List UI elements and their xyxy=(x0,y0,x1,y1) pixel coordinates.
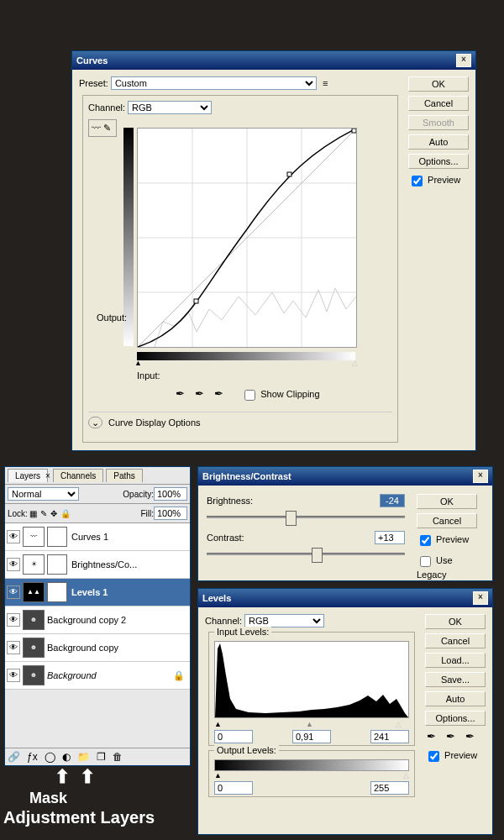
load-button[interactable]: Load... xyxy=(425,653,486,668)
layer-mask[interactable] xyxy=(47,554,67,575)
cancel-button[interactable]: Cancel xyxy=(417,513,477,528)
options-button[interactable]: Options... xyxy=(425,711,486,726)
input-black[interactable] xyxy=(214,730,253,743)
lock-pixels-icon[interactable]: ▦ xyxy=(29,509,37,518)
layer-mask[interactable] xyxy=(47,582,67,602)
preset-select[interactable]: Custom xyxy=(111,76,317,90)
layer-thumbnail[interactable]: ☀ xyxy=(23,554,45,575)
eyedropper-gray-icon[interactable]: ✒ xyxy=(446,730,459,743)
auto-button[interactable]: Auto xyxy=(408,134,469,150)
output-black[interactable] xyxy=(214,781,253,795)
black-point-slider[interactable]: ▲ xyxy=(214,720,222,728)
white-point-slider[interactable]: △ xyxy=(396,720,402,728)
link-icon[interactable]: 🔗 xyxy=(8,751,20,763)
preview-label: Preview xyxy=(428,175,460,185)
add-mask-icon[interactable]: ◯ xyxy=(45,751,55,763)
fx-icon[interactable]: ƒx xyxy=(27,751,38,763)
titlebar[interactable]: Levels × xyxy=(198,589,492,607)
arrow-icon: ⬆ xyxy=(55,766,70,788)
ok-button[interactable]: OK xyxy=(425,614,486,629)
eye-icon[interactable]: 👁 xyxy=(7,585,20,599)
eyedropper-white-icon[interactable]: ✒ xyxy=(214,387,228,401)
expand-icon[interactable]: ⌄ xyxy=(88,417,102,428)
white-slider-icon[interactable]: △ xyxy=(352,359,358,367)
curve-graph[interactable] xyxy=(137,128,357,348)
eyedropper-black-icon[interactable]: ✒ xyxy=(427,730,440,743)
eye-icon[interactable]: 👁 xyxy=(7,669,20,682)
adjustment-annotation: Adjustment Layers xyxy=(3,808,155,827)
brightness-slider[interactable] xyxy=(207,509,405,526)
layer-row[interactable]: 👁☻Background🔒 xyxy=(5,662,190,690)
layer-mask[interactable] xyxy=(47,527,67,547)
titlebar[interactable]: Curves × xyxy=(72,51,475,70)
layer-thumbnail[interactable]: ☻ xyxy=(23,665,45,685)
layer-row[interactable]: 👁▲▲Levels 1 xyxy=(5,579,190,606)
curve-tool-icon[interactable]: 〰 xyxy=(92,123,101,134)
tab-paths[interactable]: Paths xyxy=(106,469,143,482)
folder-icon[interactable]: 📁 xyxy=(77,751,90,763)
contrast-slider[interactable] xyxy=(207,546,405,563)
adjustment-icon[interactable]: ◐ xyxy=(62,751,71,763)
eye-icon[interactable]: 👁 xyxy=(7,641,20,654)
blend-mode-select[interactable]: Normal xyxy=(8,487,79,501)
preset-menu-icon[interactable]: ≡ xyxy=(323,78,328,88)
layer-thumbnail[interactable]: ▲▲ xyxy=(23,582,45,602)
tab-layers[interactable]: Layers xyxy=(8,469,48,482)
layer-row[interactable]: 👁☻Background copy 2 xyxy=(5,606,190,634)
eye-icon[interactable]: 👁 xyxy=(7,613,20,627)
preview-checkbox[interactable] xyxy=(428,751,439,762)
contrast-value[interactable]: +13 xyxy=(375,531,405,544)
smooth-button[interactable]: Smooth xyxy=(408,115,469,130)
options-button[interactable]: Options... xyxy=(408,154,469,169)
cancel-button[interactable]: Cancel xyxy=(408,96,469,111)
trash-icon[interactable]: 🗑 xyxy=(113,751,123,763)
eye-icon[interactable]: 👁 xyxy=(7,558,20,571)
legacy-checkbox[interactable] xyxy=(420,556,431,567)
close-icon[interactable]: × xyxy=(473,470,488,483)
gray-point-slider[interactable]: ▲ xyxy=(306,720,313,728)
brightness-value[interactable]: -24 xyxy=(380,494,405,507)
ok-button[interactable]: OK xyxy=(408,76,469,92)
close-icon[interactable]: × xyxy=(473,591,488,605)
layers-panel: Layers× Channels Paths Normal Opacity: 1… xyxy=(4,466,191,766)
layer-name: Levels 1 xyxy=(71,587,108,597)
new-layer-icon[interactable]: ❐ xyxy=(97,751,106,763)
ok-button[interactable]: OK xyxy=(417,494,477,509)
close-icon[interactable]: × xyxy=(456,54,471,67)
layer-thumbnail[interactable]: ☻ xyxy=(23,638,45,658)
layer-thumbnail[interactable]: 〰 xyxy=(23,527,45,547)
pencil-tool-icon[interactable]: ✎ xyxy=(103,123,111,134)
layer-row[interactable]: 👁〰Curves 1 xyxy=(5,523,190,551)
fill-value[interactable]: 100% xyxy=(154,507,187,520)
cancel-button[interactable]: Cancel xyxy=(425,633,486,648)
output-white[interactable] xyxy=(370,781,409,795)
input-white[interactable] xyxy=(370,730,409,743)
lock-all-icon[interactable]: 🔒 xyxy=(60,509,71,518)
output-label: Output: xyxy=(97,312,127,323)
channel-select[interactable]: RGB xyxy=(128,101,212,114)
preview-checkbox[interactable] xyxy=(420,535,431,546)
out-white-slider[interactable]: △ xyxy=(403,771,409,780)
save-button[interactable]: Save... xyxy=(425,672,486,687)
black-slider-icon[interactable]: ▲ xyxy=(134,359,142,367)
titlebar[interactable]: Brightness/Contrast × xyxy=(198,467,492,486)
layer-row[interactable]: 👁☻Background copy xyxy=(5,634,190,662)
eye-icon[interactable]: 👁 xyxy=(7,530,20,543)
eyedropper-white-icon[interactable]: ✒ xyxy=(465,730,479,743)
preview-checkbox[interactable] xyxy=(412,176,423,186)
input-gamma[interactable] xyxy=(292,730,331,743)
title: Brightness/Contrast xyxy=(202,471,291,481)
title: Curves xyxy=(76,55,108,66)
lock-brush-icon[interactable]: ✎ xyxy=(40,509,47,518)
out-black-slider[interactable]: ▲ xyxy=(214,771,222,780)
layer-thumbnail[interactable]: ☻ xyxy=(23,610,45,630)
layer-row[interactable]: 👁☀Brightness/Co... xyxy=(5,551,190,579)
eyedropper-black-icon[interactable]: ✒ xyxy=(176,387,189,401)
show-clipping-checkbox[interactable] xyxy=(244,390,255,401)
channel-select[interactable]: RGB xyxy=(244,614,324,627)
opacity-value[interactable]: 100% xyxy=(154,487,187,501)
lock-move-icon[interactable]: ✥ xyxy=(50,509,57,518)
eyedropper-gray-icon[interactable]: ✒ xyxy=(195,387,208,401)
auto-button[interactable]: Auto xyxy=(425,691,486,706)
tab-channels[interactable]: Channels xyxy=(53,469,103,482)
